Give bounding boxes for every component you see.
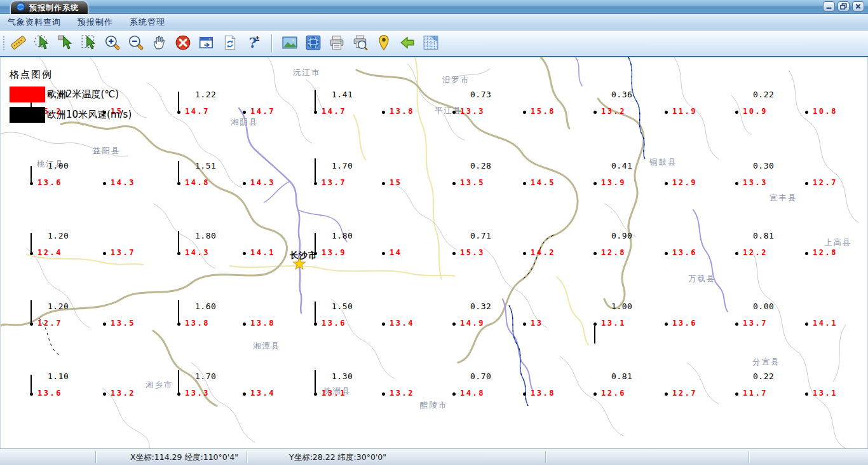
grid-point-dot bbox=[523, 392, 526, 396]
wind-speed-value: 0.30 bbox=[753, 161, 774, 170]
temperature-value: 14.3 bbox=[111, 178, 135, 187]
print-icon bbox=[329, 34, 345, 53]
export-window-button[interactable] bbox=[197, 34, 216, 53]
grid-point-dot bbox=[243, 323, 246, 326]
legend-temperature-swatch bbox=[10, 87, 45, 102]
temperature-value: 13.8 bbox=[250, 319, 275, 328]
grid-select-icon bbox=[423, 34, 439, 53]
cancel-button[interactable] bbox=[173, 34, 193, 53]
grid-point-dot bbox=[314, 392, 317, 396]
wind-speed-value: 1.00 bbox=[48, 161, 69, 170]
titlebar: 预报制作系统 bbox=[0, 0, 868, 14]
grid-point-dot bbox=[30, 182, 33, 185]
grid-point-dot bbox=[805, 252, 808, 255]
wind-speed-value: 1.30 bbox=[332, 371, 353, 381]
grid-point-dot bbox=[103, 182, 106, 185]
temperature-value: 14.8 bbox=[460, 389, 485, 398]
temperature-value: 13.7 bbox=[743, 319, 768, 328]
select-box-button[interactable] bbox=[79, 34, 98, 53]
temperature-value: 13.1 bbox=[601, 319, 626, 328]
grid-point-dot bbox=[523, 252, 526, 255]
temperature-value: 13.6 bbox=[672, 319, 697, 328]
capital-star-icon bbox=[293, 258, 306, 272]
grid-point-dot bbox=[593, 182, 597, 185]
grid-point-dot bbox=[243, 111, 246, 114]
menu-item-forecast-production[interactable]: 预报制作 bbox=[78, 17, 113, 28]
temperature-value: 13.2 bbox=[111, 389, 135, 398]
select-features-button[interactable] bbox=[32, 34, 51, 53]
print-preview-icon bbox=[352, 34, 369, 53]
map-canvas[interactable]: 15.20.611514.71.2214.714.71.4113.813.30.… bbox=[0, 57, 868, 448]
temperature-value: 14.3 bbox=[185, 248, 210, 257]
grid-point-dot bbox=[523, 111, 526, 114]
grid-point-dot bbox=[103, 252, 106, 255]
temperature-value: 13.7 bbox=[111, 248, 135, 257]
wind-barb-line bbox=[31, 375, 32, 392]
temperature-value: 13.9 bbox=[322, 248, 346, 257]
temperature-value: 10.8 bbox=[813, 107, 837, 116]
grid-point-dot bbox=[735, 392, 738, 396]
grid-point-dot bbox=[177, 323, 180, 326]
wind-speed-value: 0.36 bbox=[611, 90, 632, 99]
measure-ruler-button[interactable] bbox=[9, 34, 28, 53]
globe-view-button[interactable] bbox=[304, 34, 323, 53]
legend-row-temperature: 欧洲2米温度(℃) bbox=[10, 87, 132, 102]
wind-speed-value: 0.70 bbox=[470, 371, 491, 381]
print-preview-button[interactable] bbox=[351, 34, 370, 53]
temperature-value: 15.8 bbox=[531, 107, 555, 116]
temperature-value: 14.9 bbox=[460, 319, 485, 328]
pan-hand-icon bbox=[151, 34, 168, 53]
temperature-value: 13.3 bbox=[743, 178, 768, 187]
grid-point-dot bbox=[805, 182, 808, 185]
grid-point-dot bbox=[30, 392, 33, 396]
select-features-icon bbox=[34, 34, 50, 53]
temperature-value: 14.7 bbox=[250, 107, 275, 116]
wind-speed-value: 0.71 bbox=[470, 231, 491, 240]
menubar: 气象资料查询预报制作系统管理 bbox=[0, 14, 868, 31]
minimize-button[interactable] bbox=[823, 1, 835, 11]
wind-speed-value: 1.80 bbox=[332, 231, 353, 240]
wind-speed-value: 1.22 bbox=[195, 90, 216, 99]
city-label: 沅江市 bbox=[293, 67, 321, 78]
grid-point-dot bbox=[177, 182, 180, 185]
location-pin-button[interactable] bbox=[374, 34, 393, 53]
temperature-value: 14.8 bbox=[185, 178, 210, 187]
legend-row-wind: 欧洲10米风速(m/s) bbox=[10, 107, 132, 123]
identify-help-button[interactable]: ?± bbox=[244, 34, 263, 53]
city-label: 湘阴县 bbox=[231, 117, 259, 128]
city-label: 铜鼓县 bbox=[649, 157, 677, 168]
legend-wind-swatch bbox=[10, 107, 45, 123]
wind-barb-line bbox=[31, 300, 32, 323]
menu-item-system-management[interactable]: 系统管理 bbox=[130, 17, 165, 28]
select-arrow-icon bbox=[57, 34, 74, 53]
grid-point-dot bbox=[103, 323, 106, 326]
grid-point-dot bbox=[735, 111, 738, 114]
grid-select-button[interactable] bbox=[421, 34, 440, 53]
save-image-icon bbox=[281, 34, 298, 53]
pan-hand-button[interactable] bbox=[150, 34, 169, 53]
select-arrow-button[interactable] bbox=[56, 34, 75, 53]
back-arrow-icon bbox=[399, 34, 416, 53]
temperature-value: 14 bbox=[390, 248, 402, 257]
statusbar: X坐标:114.29 经度:110°0'4" Y坐标:28.22 纬度:30°0… bbox=[0, 448, 868, 465]
wind-speed-value: 1.51 bbox=[195, 161, 216, 170]
grid-point-dot bbox=[452, 323, 456, 326]
menu-item-weather-data-query[interactable]: 气象资料查询 bbox=[8, 17, 61, 28]
temperature-value: 12.7 bbox=[672, 389, 697, 398]
measure-ruler-icon bbox=[10, 34, 27, 53]
restore-button[interactable] bbox=[837, 1, 850, 11]
back-arrow-button[interactable] bbox=[398, 34, 417, 53]
zoom-in-button[interactable] bbox=[103, 34, 122, 53]
temperature-value: 12.6 bbox=[601, 389, 626, 398]
zoom-out-button[interactable] bbox=[126, 34, 146, 53]
wind-speed-value: 0.81 bbox=[611, 371, 632, 381]
print-button[interactable] bbox=[327, 34, 346, 53]
save-image-button[interactable] bbox=[280, 34, 299, 53]
status-x-coordinate: X坐标:114.29 经度:110°0'4" bbox=[130, 452, 238, 463]
refresh-page-button[interactable] bbox=[220, 34, 240, 53]
grid-point-dot bbox=[382, 252, 385, 255]
close-button[interactable] bbox=[852, 1, 864, 11]
temperature-value: 11.9 bbox=[672, 107, 697, 116]
temperature-value: 14.1 bbox=[813, 319, 837, 328]
temperature-value: 13.6 bbox=[322, 319, 346, 328]
